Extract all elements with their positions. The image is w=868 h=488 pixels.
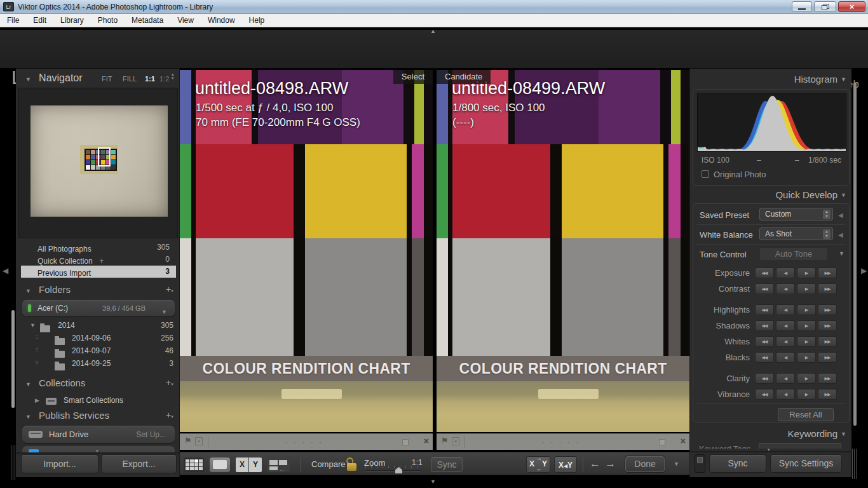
candidate-photo[interactable]: COLOUR RENDITION CHART untitled-08499.AR…: [437, 70, 689, 432]
keywording-collapse-icon[interactable]: ▼: [841, 431, 846, 437]
right-panel-scrollbar[interactable]: [853, 83, 857, 426]
left-panel-scrollbar[interactable]: [11, 310, 15, 408]
folders-header[interactable]: ▼ Folders: [25, 284, 71, 295]
shadows-fwd1-button[interactable]: ▶: [797, 320, 816, 331]
whites-fwd1-button[interactable]: ▶: [797, 336, 816, 347]
zoom-slider-track[interactable]: [365, 470, 421, 472]
histogram-plot[interactable]: [697, 93, 846, 152]
bottom-panel-collapse-arrow-icon[interactable]: ▼: [430, 478, 436, 485]
menu-photo[interactable]: Photo: [91, 14, 125, 27]
zoom-slider[interactable]: [365, 468, 421, 473]
catalog-quick-collection[interactable]: Quick Collection + 0: [21, 254, 176, 266]
highlights-fwd1-button[interactable]: ▶: [797, 304, 816, 315]
add-collection-button[interactable]: +▾: [166, 377, 173, 388]
color-label-chip[interactable]: [402, 439, 409, 445]
navigator-zoom-spinner[interactable]: ▴▾: [172, 72, 174, 80]
keywording-header[interactable]: Keywording: [788, 428, 837, 439]
swap-select-candidate-button[interactable]: X Y → ←: [526, 456, 550, 473]
quick-develop-collapse-icon[interactable]: ▼: [841, 192, 846, 198]
catalog-previous-import[interactable]: Previous Import 3: [21, 266, 176, 278]
sync-button[interactable]: Sync: [709, 454, 766, 473]
folder-2014-09-07[interactable]: ⠿ 2014-09-07 46: [16, 344, 180, 357]
vibrance-back2-button[interactable]: ◀◀: [755, 389, 774, 400]
exposure-fwd2-button[interactable]: ▶▶: [818, 268, 837, 278]
grid-view-button[interactable]: [184, 458, 204, 472]
navigator-fill-button[interactable]: FILL: [123, 75, 137, 83]
navigator-1-1-button[interactable]: 1:1: [145, 75, 155, 83]
publish-services-header[interactable]: ▼ Publish Services: [25, 410, 109, 421]
exposure-back2-button[interactable]: ◀◀: [755, 268, 774, 278]
catalog-all-photographs[interactable]: All Photographs 305: [21, 241, 176, 254]
make-select-button[interactable]: X◀Y: [554, 456, 577, 473]
add-publish-service-button[interactable]: +▾: [166, 409, 173, 421]
exposure-fwd1-button[interactable]: ▶: [797, 268, 816, 278]
shadows-back1-button[interactable]: ◀: [776, 320, 795, 331]
smart-collections-row[interactable]: ▶ Smart Collections: [16, 394, 180, 407]
exposure-back1-button[interactable]: ◀: [776, 268, 795, 278]
folder-2014-09-25[interactable]: ⠿ 2014-09-25 3: [16, 357, 180, 370]
panel-collapse-notch-icon[interactable]: ▾: [96, 449, 98, 454]
contrast-back2-button[interactable]: ◀◀: [755, 283, 774, 294]
histogram-collapse-icon[interactable]: ▼: [841, 76, 846, 83]
color-label-chip[interactable]: [659, 439, 665, 445]
highlights-fwd2-button[interactable]: ▶▶: [818, 304, 837, 315]
panel-collapse-notch-icon[interactable]: ▾: [768, 447, 770, 452]
volume-browser-acer[interactable]: Acer (C:) 39,6 / 454 GB ▼: [22, 300, 175, 316]
saved-preset-expand-icon[interactable]: ◀: [838, 212, 843, 219]
sync-mode-toggle[interactable]: [695, 454, 705, 473]
restore-button[interactable]: [814, 1, 836, 12]
deselect-icon[interactable]: ×: [681, 436, 686, 446]
whites-back2-button[interactable]: ◀◀: [755, 336, 774, 347]
loupe-view-button[interactable]: [210, 458, 230, 472]
survey-view-button[interactable]: …: [267, 458, 290, 472]
menu-help[interactable]: Help: [242, 14, 272, 27]
menu-file[interactable]: File: [0, 14, 26, 27]
right-panel-collapse-arrow-icon[interactable]: ▶: [861, 266, 867, 275]
blacks-back2-button[interactable]: ◀◀: [755, 352, 774, 363]
vibrance-back1-button[interactable]: ◀: [776, 389, 795, 400]
blacks-fwd1-button[interactable]: ▶: [797, 352, 816, 363]
quick-develop-header[interactable]: Quick Develop: [775, 189, 837, 200]
compare-view-button[interactable]: X Y: [236, 458, 262, 472]
menu-window[interactable]: Window: [201, 14, 242, 27]
folder-2014[interactable]: ▼ 2014 305: [16, 319, 180, 332]
left-panel-collapse-arrow-icon[interactable]: ◀: [3, 266, 8, 275]
auto-tone-button[interactable]: Auto Tone: [759, 247, 828, 261]
contrast-fwd1-button[interactable]: ▶: [797, 283, 816, 294]
window-titlebar[interactable]: Lr Viktor Optics 2014 - Adobe Photoshop …: [0, 0, 868, 14]
navigator-zoom-rect[interactable]: [98, 147, 111, 166]
sync-settings-button[interactable]: Sync Settings: [770, 454, 842, 473]
collections-header[interactable]: ▼ Collections: [25, 377, 85, 388]
highlights-back1-button[interactable]: ◀: [776, 304, 795, 315]
select-photo[interactable]: COLOUR RENDITION CHART untitled-08498.AR…: [180, 70, 433, 432]
vibrance-fwd2-button[interactable]: ▶▶: [818, 389, 837, 400]
star-rating[interactable]: ·····: [180, 437, 433, 447]
histogram-header[interactable]: Histogram: [794, 74, 837, 85]
minimize-button[interactable]: [792, 1, 812, 12]
original-photo-checkbox[interactable]: [702, 170, 709, 178]
next-photo-arrow[interactable]: →: [605, 458, 616, 470]
highlights-back2-button[interactable]: ◀◀: [755, 304, 774, 315]
top-panel-collapse-arrow-icon[interactable]: ▲: [430, 28, 436, 34]
clarity-back2-button[interactable]: ◀◀: [755, 373, 774, 384]
vibrance-fwd1-button[interactable]: ▶: [797, 389, 816, 400]
reset-all-button[interactable]: Reset All: [778, 408, 834, 421]
star-rating[interactable]: ·····: [437, 437, 689, 447]
toolbar-options-icon[interactable]: ▼: [674, 461, 679, 467]
right-panel-resize-grip[interactable]: [852, 449, 858, 479]
navigator-1-2-button[interactable]: 1:2: [159, 75, 169, 83]
blacks-fwd2-button[interactable]: ▶▶: [818, 352, 837, 363]
expand-icon[interactable]: ▶: [35, 397, 39, 403]
clarity-fwd1-button[interactable]: ▶: [797, 373, 816, 384]
navigator-preview[interactable]: [18, 88, 178, 238]
folder-expand-icon[interactable]: ▼: [30, 322, 36, 329]
contrast-back1-button[interactable]: ◀: [776, 283, 795, 294]
menu-edit[interactable]: Edit: [26, 14, 53, 27]
menu-metadata[interactable]: Metadata: [125, 14, 170, 27]
previous-photo-arrow[interactable]: ←: [590, 458, 600, 470]
publish-service-clipped[interactable]: [22, 446, 175, 452]
import-button[interactable]: Import...: [21, 454, 98, 473]
saved-preset-dropdown[interactable]: Custom ▴▾: [759, 208, 833, 220]
menu-view[interactable]: View: [170, 14, 201, 27]
shadows-back2-button[interactable]: ◀◀: [755, 320, 774, 331]
